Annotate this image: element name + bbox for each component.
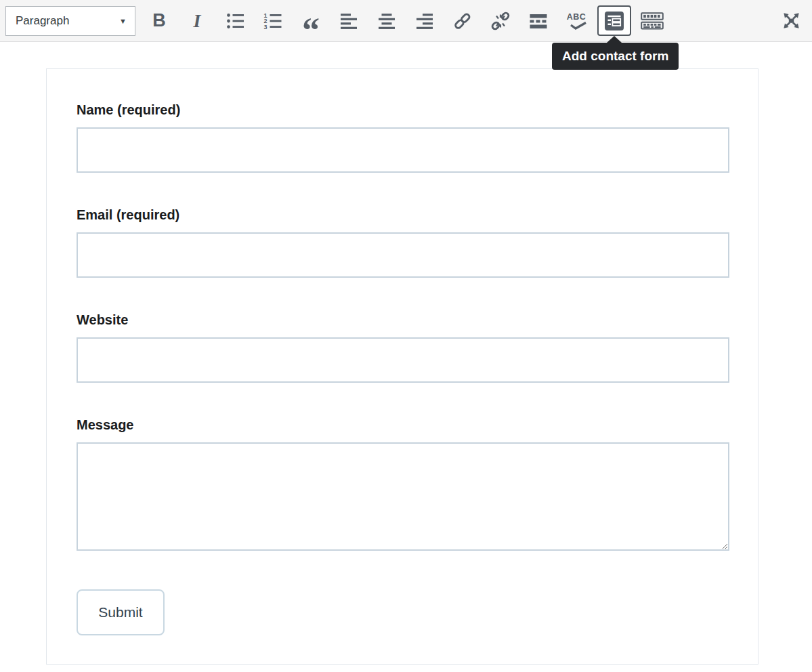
email-field-label: Email (required) (77, 206, 728, 224)
contact-form-icon (604, 11, 624, 31)
align-center-button[interactable] (368, 6, 406, 36)
add-contact-form-tooltip: Add contact form (552, 43, 679, 70)
chevron-down-icon: ▼ (119, 17, 127, 25)
align-left-icon (339, 12, 358, 30)
insert-more-tag-button[interactable] (519, 6, 557, 36)
align-right-icon (415, 12, 434, 30)
submit-button[interactable]: Submit (77, 589, 165, 635)
website-input[interactable] (77, 337, 729, 383)
align-left-button[interactable] (330, 6, 368, 36)
remove-link-button[interactable] (482, 6, 519, 36)
numbered-list-icon: 1 2 3 (263, 12, 282, 30)
unlink-icon (490, 10, 511, 32)
spellcheck-button[interactable]: ABC (557, 6, 595, 36)
message-field-label: Message (77, 416, 728, 434)
bold-button[interactable]: B (140, 6, 178, 36)
fullscreen-button[interactable] (772, 6, 810, 36)
spellcheck-icon: ABC (565, 12, 587, 30)
contact-form-preview: Name (required) Email (required) Website… (46, 68, 758, 665)
editor-window: Paragraph ▼ B I 1 2 3 “ (0, 0, 812, 672)
form-field-email: Email (required) (77, 206, 728, 278)
bulleted-list-button[interactable] (216, 6, 254, 36)
add-contact-form-button[interactable] (597, 5, 631, 36)
svg-text:3: 3 (264, 23, 268, 30)
form-field-name: Name (required) (77, 101, 728, 173)
blockquote-icon: “ (302, 13, 320, 48)
toolbar-toggle-button[interactable] (633, 6, 671, 36)
italic-icon: I (194, 10, 201, 32)
form-field-website: Website (77, 311, 728, 383)
bulleted-list-icon (226, 12, 244, 30)
more-tag-icon (529, 12, 548, 30)
message-textarea[interactable] (77, 442, 729, 551)
italic-button[interactable]: I (178, 6, 216, 36)
numbered-list-button[interactable]: 1 2 3 (254, 6, 292, 36)
align-center-icon (377, 12, 396, 30)
name-field-label: Name (required) (77, 101, 728, 119)
align-right-button[interactable] (406, 6, 444, 36)
paragraph-format-dropdown[interactable]: Paragraph ▼ (5, 6, 135, 36)
editor-toolbar: Paragraph ▼ B I 1 2 3 “ (0, 0, 812, 42)
form-field-message: Message (77, 416, 728, 551)
name-input[interactable] (77, 127, 729, 173)
keyboard-icon (641, 12, 664, 30)
paragraph-format-value: Paragraph (16, 14, 69, 28)
website-field-label: Website (77, 311, 728, 329)
email-input[interactable] (77, 232, 729, 278)
bold-icon: B (152, 10, 166, 31)
fullscreen-icon (781, 10, 802, 31)
blockquote-button[interactable]: “ (292, 6, 330, 36)
insert-link-button[interactable] (444, 6, 482, 36)
link-icon (452, 10, 473, 32)
tooltip-text: Add contact form (562, 49, 668, 64)
